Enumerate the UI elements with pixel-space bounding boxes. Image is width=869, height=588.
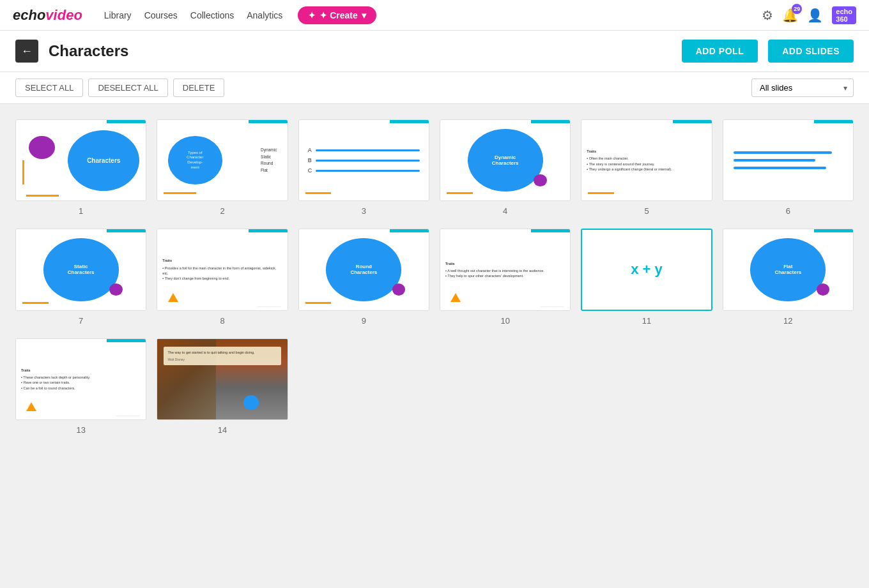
s13-line2: • Have one or two certain traits. [21, 380, 141, 385]
slide-item[interactable]: DynamicCharacters 4 [440, 119, 571, 216]
slide-item[interactable]: StaticCharacters 7 [15, 229, 146, 325]
s6-line1 [734, 151, 832, 154]
slide-thumb-1[interactable]: Characters [15, 119, 146, 201]
nav-analytics[interactable]: Analytics [247, 10, 282, 20]
slide-thumb-11[interactable]: x + y [581, 229, 712, 310]
s14-attribution: Walt Disney [167, 358, 277, 363]
slide-footer: _____________ [116, 412, 139, 416]
deco-teal [107, 339, 146, 342]
s9-circle: RoundCharacters [326, 238, 401, 301]
slide-item[interactable]: The way to get started is to quit talkin… [157, 338, 288, 435]
delete-button[interactable]: DELETE [173, 79, 225, 97]
slide-number-13: 13 [76, 425, 85, 435]
s3-label-b: B [308, 157, 312, 163]
s2-label-static: Static [261, 154, 277, 160]
page-header: ← Characters ADD POLL ADD SLIDES [0, 31, 869, 72]
nav-courses[interactable]: Courses [144, 10, 178, 20]
deco-orange [164, 192, 196, 194]
notifications-button[interactable]: 🔔 29 [782, 8, 798, 23]
slide-inner-12: FlatCharacters [723, 229, 853, 310]
slide-item[interactable]: Traits • Provides a foil for the main ch… [157, 229, 288, 325]
slide-number-8: 8 [220, 316, 224, 326]
deco-orange [588, 192, 614, 194]
s12-text: FlatCharacters [774, 264, 801, 275]
app-logo[interactable]: echovideo [13, 7, 82, 24]
slide-item[interactable]: A B C 3 [298, 119, 429, 216]
deco-teal [249, 229, 288, 232]
back-button[interactable]: ← [15, 40, 38, 63]
purple-circle [29, 136, 55, 158]
s2-label-dynamic: Dynamic [261, 147, 277, 153]
s3-row-c: C [308, 167, 420, 174]
s14-quote-text: The way to get started is to quit talkin… [167, 351, 254, 354]
profile-button[interactable]: 👤 [807, 8, 823, 23]
slide-thumb-10[interactable]: Traits • A well thought out character th… [440, 229, 571, 310]
deco-teal [673, 120, 712, 123]
slide-grid-container: Characters 1 Types ofCharacterDevelop-me… [0, 104, 869, 588]
s5-line1: • Often the main character. [587, 156, 706, 161]
filter-select[interactable]: All slides Polls only Slides only [751, 79, 854, 97]
s2-label-flat: Flat [261, 167, 277, 174]
slide-number-4: 4 [503, 206, 507, 216]
slide-thumb-13[interactable]: Traits • These characters lack depth or … [15, 338, 146, 420]
deco-teal [531, 229, 570, 232]
slide-inner-10: Traits • A well thought out character th… [440, 229, 570, 310]
deco-teal [107, 120, 146, 123]
create-button[interactable]: ✦ ✦ Create ▾ [298, 6, 376, 24]
slide-footer: _____________ [541, 303, 564, 307]
slide-thumb-4[interactable]: DynamicCharacters [440, 119, 571, 201]
slide-item[interactable]: FlatCharacters 12 [723, 229, 854, 325]
s6-line3 [734, 167, 827, 169]
s5-line3: • They undergo a significant change (lit… [587, 167, 706, 172]
slide-thumb-9[interactable]: RoundCharacters [298, 229, 429, 310]
slide-number-14: 14 [218, 425, 227, 435]
logo-video: video [45, 7, 82, 24]
slide-item[interactable]: Types ofCharacterDevelop-ment Dynamic St… [157, 119, 288, 216]
slide-thumb-2[interactable]: Types ofCharacterDevelop-ment Dynamic St… [157, 119, 288, 201]
echo360-badge: echo360 [832, 6, 856, 24]
slide-number-6: 6 [786, 206, 790, 216]
slide-thumb-7[interactable]: StaticCharacters [15, 229, 146, 310]
slide-number-3: 3 [362, 206, 366, 216]
s8-line2: • They don't change from beginning to en… [162, 276, 282, 281]
nav-library[interactable]: Library [104, 10, 132, 20]
select-all-button[interactable]: SELECT ALL [15, 79, 83, 97]
slide-item[interactable]: 6 [723, 119, 854, 216]
deco-teal [531, 120, 570, 123]
slide-inner-11: x + y [582, 230, 711, 309]
slide-item[interactable]: Traits • A well thought out character th… [440, 229, 571, 325]
slide-inner-1: Characters [16, 120, 146, 200]
s3-line-a [316, 149, 420, 151]
create-icon: ✦ [308, 10, 316, 20]
s7-purple-dot [109, 283, 122, 296]
slide-number-11: 11 [642, 316, 651, 326]
slide-grid: Characters 1 Types ofCharacterDevelop-me… [15, 119, 854, 435]
slide-thumb-5[interactable]: Traits • Often the main character. • The… [581, 119, 712, 201]
s2-text: Types ofCharacterDevelop-ment [184, 148, 206, 173]
s1-circle: Characters [68, 130, 139, 191]
slide-thumb-6[interactable] [723, 119, 854, 201]
deco-teal [814, 120, 853, 123]
slide-number-1: 1 [79, 206, 83, 216]
nav-collections[interactable]: Collections [190, 10, 234, 20]
s7-circle: StaticCharacters [43, 238, 119, 301]
toolbar: SELECT ALL DESELECT ALL DELETE All slide… [0, 72, 869, 104]
slide-thumb-12[interactable]: FlatCharacters [723, 229, 854, 310]
create-label: ✦ Create [319, 10, 357, 20]
slide-number-7: 7 [79, 316, 83, 326]
deselect-all-button[interactable]: DESELECT ALL [88, 79, 167, 97]
slide-item[interactable]: x + y 11 [581, 229, 712, 325]
slide-item[interactable]: Characters 1 [15, 119, 146, 216]
slide-item[interactable]: RoundCharacters 9 [298, 229, 429, 325]
deco-orange [22, 302, 49, 304]
add-poll-button[interactable]: ADD POLL [682, 40, 758, 63]
settings-button[interactable]: ⚙ [762, 8, 773, 23]
slide-thumb-14[interactable]: The way to get started is to quit talkin… [157, 338, 288, 420]
slide-thumb-3[interactable]: A B C [298, 119, 429, 201]
add-slides-button[interactable]: ADD SLIDES [768, 40, 854, 63]
s5-title: Traits [587, 149, 706, 154]
create-chevron-icon: ▾ [362, 10, 366, 20]
slide-item[interactable]: Traits • These characters lack depth or … [15, 338, 146, 435]
slide-thumb-8[interactable]: Traits • Provides a foil for the main ch… [157, 229, 288, 310]
slide-item[interactable]: Traits • Often the main character. • The… [581, 119, 712, 216]
